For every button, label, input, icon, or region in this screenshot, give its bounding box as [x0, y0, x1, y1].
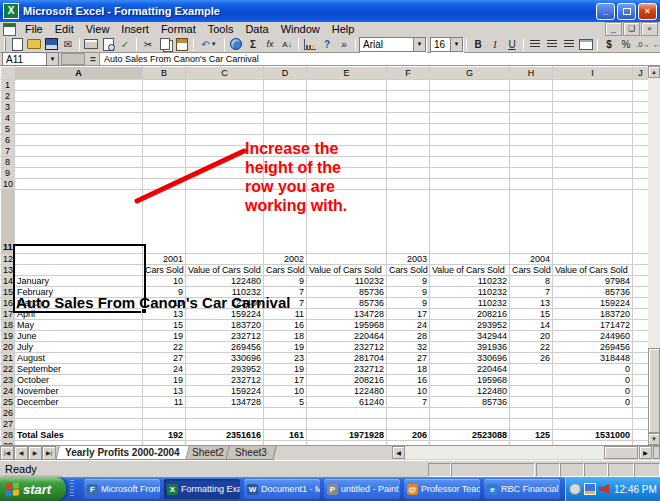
- cell-F6[interactable]: [387, 135, 430, 146]
- cell-H27[interactable]: [510, 419, 553, 430]
- cell-J11[interactable]: [633, 190, 649, 254]
- cell-J12[interactable]: [633, 254, 649, 265]
- row-header-4[interactable]: 4: [1, 113, 15, 124]
- cell-D18[interactable]: 16: [264, 320, 307, 331]
- cell-G23[interactable]: 195968: [430, 375, 510, 386]
- cell-A26[interactable]: [15, 408, 143, 419]
- row-header-10[interactable]: 10: [1, 179, 15, 190]
- bold-button[interactable]: B: [470, 37, 486, 52]
- cell-A9[interactable]: [15, 168, 143, 179]
- cell-H17[interactable]: 15: [510, 309, 553, 320]
- cell-F24[interactable]: 10: [387, 386, 430, 397]
- cell-C18[interactable]: 183720: [186, 320, 264, 331]
- cell-J20[interactable]: [633, 342, 649, 353]
- cell-A20[interactable]: July: [15, 342, 143, 353]
- cell-J1[interactable]: [633, 80, 649, 91]
- open-button[interactable]: [26, 37, 42, 52]
- currency-button[interactable]: $: [601, 37, 617, 52]
- cell-H5[interactable]: [510, 124, 553, 135]
- cell-G21[interactable]: 330696: [430, 353, 510, 364]
- cell-F9[interactable]: [387, 168, 430, 179]
- font-size-combo[interactable]: 16▼: [430, 37, 463, 52]
- row-header-2[interactable]: 2: [1, 91, 15, 102]
- cell-J19[interactable]: [633, 331, 649, 342]
- cell-E12[interactable]: [307, 254, 387, 265]
- cell-J4[interactable]: [633, 113, 649, 124]
- row-header-28[interactable]: 28: [1, 430, 15, 441]
- cell-A4[interactable]: [15, 113, 143, 124]
- cell-B26[interactable]: [143, 408, 186, 419]
- cell-E13[interactable]: Value of Cars Sold: [307, 265, 387, 276]
- cell-G13[interactable]: Value of Cars Sold: [430, 265, 510, 276]
- cell-B19[interactable]: 19: [143, 331, 186, 342]
- cell-F26[interactable]: [387, 408, 430, 419]
- chart-wizard-button[interactable]: [302, 37, 318, 52]
- cell-A2[interactable]: [15, 91, 143, 102]
- cell-F12[interactable]: 2003: [387, 254, 430, 265]
- cell-J24[interactable]: [633, 386, 649, 397]
- row-header-8[interactable]: 8: [1, 157, 15, 168]
- cell-H21[interactable]: 26: [510, 353, 553, 364]
- cell-E21[interactable]: 281704: [307, 353, 387, 364]
- cell-C27[interactable]: [186, 419, 264, 430]
- underline-button[interactable]: U: [504, 37, 520, 52]
- row-header-19[interactable]: 19: [1, 331, 15, 342]
- workbook-restore-button[interactable]: ❏: [623, 22, 640, 36]
- cell-B28[interactable]: 192: [143, 430, 186, 441]
- cell-D20[interactable]: 19: [264, 342, 307, 353]
- volume-icon[interactable]: [599, 484, 609, 494]
- row-header-6[interactable]: 6: [1, 135, 15, 146]
- more-buttons-standard[interactable]: »: [336, 37, 352, 52]
- mail-button[interactable]: ✉: [60, 37, 76, 52]
- task-button-2[interactable]: XFormatting Exa...: [164, 479, 240, 499]
- help-button[interactable]: ?: [319, 37, 335, 52]
- row-header-18[interactable]: 18: [1, 320, 15, 331]
- cell-J23[interactable]: [633, 375, 649, 386]
- cell-H20[interactable]: 22: [510, 342, 553, 353]
- cell-A21[interactable]: August: [15, 353, 143, 364]
- cell-B3[interactable]: [143, 102, 186, 113]
- cell-D5[interactable]: [264, 124, 307, 135]
- cell-E17[interactable]: 134728: [307, 309, 387, 320]
- task-button-3[interactable]: WDocument1 - Mi...: [244, 479, 320, 499]
- cell-F3[interactable]: [387, 102, 430, 113]
- cell-I9[interactable]: [553, 168, 633, 179]
- cell-F18[interactable]: 24: [387, 320, 430, 331]
- cell-I3[interactable]: [553, 102, 633, 113]
- cell-D3[interactable]: [264, 102, 307, 113]
- cell-B24[interactable]: 13: [143, 386, 186, 397]
- menu-item-window[interactable]: Window: [275, 23, 326, 35]
- cell-D27[interactable]: [264, 419, 307, 430]
- menu-item-data[interactable]: Data: [239, 23, 274, 35]
- cell-H12[interactable]: 2004: [510, 254, 553, 265]
- undo-button[interactable]: ↶▼: [197, 37, 221, 52]
- cell-I8[interactable]: [553, 157, 633, 168]
- cell-C5[interactable]: [186, 124, 264, 135]
- cell-B20[interactable]: 22: [143, 342, 186, 353]
- cell-G24[interactable]: 122480: [430, 386, 510, 397]
- cell-I28[interactable]: 1531000: [553, 430, 633, 441]
- cell-D23[interactable]: 17: [264, 375, 307, 386]
- first-sheet-button[interactable]: |◀: [0, 446, 14, 460]
- cell-I5[interactable]: [553, 124, 633, 135]
- cell-E20[interactable]: 232712: [307, 342, 387, 353]
- cell-I24[interactable]: 0: [553, 386, 633, 397]
- cell-I14[interactable]: 97984: [553, 276, 633, 287]
- cell-E14[interactable]: 110232: [307, 276, 387, 287]
- cell-E3[interactable]: [307, 102, 387, 113]
- horizontal-scrollbar[interactable]: ◀ ▶: [392, 446, 652, 459]
- column-header-F[interactable]: F: [387, 67, 430, 80]
- task-button-1[interactable]: FMicrosoft Front...: [84, 479, 160, 499]
- cell-H23[interactable]: [510, 375, 553, 386]
- cell-F2[interactable]: [387, 91, 430, 102]
- cell-F25[interactable]: 7: [387, 397, 430, 408]
- cell-C19[interactable]: 232712: [186, 331, 264, 342]
- align-right-button[interactable]: [561, 37, 577, 52]
- cell-A22[interactable]: September: [15, 364, 143, 375]
- cell-F15[interactable]: 9: [387, 287, 430, 298]
- cell-B14[interactable]: 10: [143, 276, 186, 287]
- cell-I2[interactable]: [553, 91, 633, 102]
- cell-E2[interactable]: [307, 91, 387, 102]
- cell-C28[interactable]: 2351616: [186, 430, 264, 441]
- row-header-5[interactable]: 5: [1, 124, 15, 135]
